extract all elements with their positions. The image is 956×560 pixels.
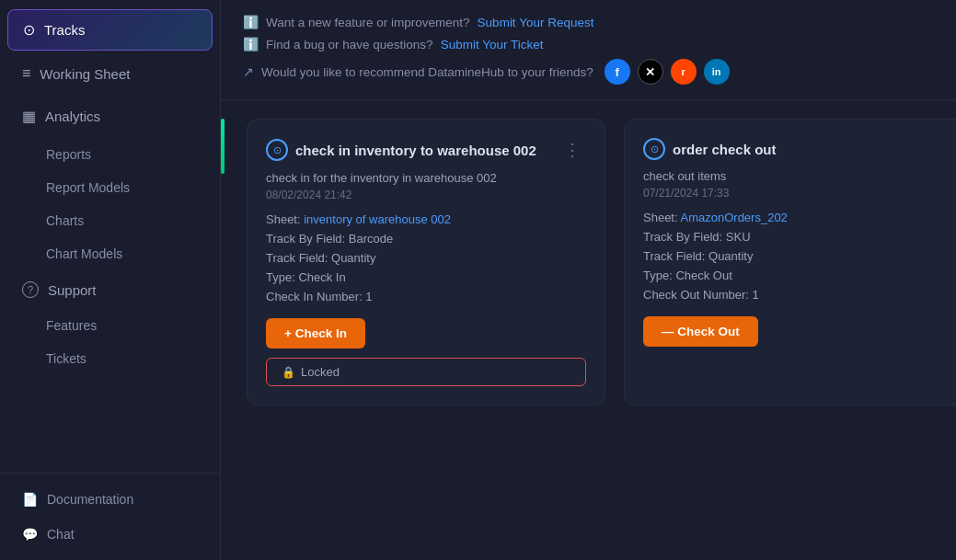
main-content: ℹ️ Want a new feature or improvement? Su… <box>221 0 956 560</box>
info-icon-1: ℹ️ <box>243 15 259 29</box>
chart-models-label: Chart Models <box>46 246 122 261</box>
sidebar-label-analytics: Analytics <box>45 109 100 124</box>
chat-icon: 💬 <box>22 527 38 542</box>
card-header-2: ⊙ order check out <box>643 138 956 160</box>
info-row-bug: ℹ️ Find a bug or have questions? Submit … <box>243 37 934 51</box>
sidebar-item-working-sheet[interactable]: ≡ Working Sheet <box>7 54 213 93</box>
reddit-icon[interactable]: r <box>671 59 697 85</box>
sheet-link-2[interactable]: AmazonOrders_202 <box>681 211 788 224</box>
submit-ticket-link[interactable]: Submit Your Ticket <box>441 38 544 51</box>
card-sheet-1: Sheet: inventory of warehouse 002 <box>266 212 586 226</box>
card-actions-2: — Check Out <box>643 316 956 347</box>
sidebar-item-chat[interactable]: 💬 Chat <box>7 518 213 551</box>
card-icon-1: ⊙ <box>266 139 288 161</box>
tickets-label: Tickets <box>46 351 86 366</box>
sidebar-item-analytics[interactable]: ▦ Analytics <box>7 97 213 136</box>
card-title-row-2: ⊙ order check out <box>643 138 777 160</box>
facebook-icon[interactable]: f <box>605 59 630 85</box>
chat-label: Chat <box>47 527 75 542</box>
sidebar-item-documentation[interactable]: 📄 Documentation <box>7 483 213 516</box>
sidebar: ⊙ Tracks ≡ Working Sheet ▦ Analytics Rep… <box>0 0 221 560</box>
info-icon-2: ℹ️ <box>243 37 259 51</box>
card-header-1: ⊙ check in inventory to warehouse 002 ⋮ <box>266 138 586 162</box>
sidebar-item-features[interactable]: Features <box>7 310 213 341</box>
sidebar-item-report-models[interactable]: Report Models <box>7 172 213 203</box>
documentation-label: Documentation <box>47 492 133 507</box>
track-by-field-2: Track By Field: SKU <box>643 230 956 244</box>
working-sheet-icon: ≡ <box>22 65 30 82</box>
info-text-2: Find a bug or have questions? <box>266 38 433 51</box>
card-type-1: Type: Check In <box>266 270 586 284</box>
card-description-2: check out items <box>643 169 956 183</box>
sidebar-item-tracks[interactable]: ⊙ Tracks <box>7 9 213 51</box>
card-number-1: Check In Number: 1 <box>266 290 586 303</box>
locked-text: Locked <box>301 365 340 379</box>
track-field-1: Track Field: Quantity <box>266 251 586 265</box>
card-title-row-1: ⊙ check in inventory to warehouse 002 <box>266 139 536 161</box>
info-row-recommend: ↗ Would you like to recommend DatamineHu… <box>243 59 934 85</box>
card-title-2: order check out <box>673 142 777 157</box>
sidebar-item-reports[interactable]: Reports <box>7 139 213 170</box>
card-date-2: 07/21/2024 17:33 <box>643 187 956 200</box>
track-field-2: Track Field: Quantity <box>643 249 956 263</box>
locked-badge[interactable]: 🔒 Locked <box>266 358 586 386</box>
card-actions-1: + Check In <box>266 318 586 349</box>
card-number-2: Check Out Number: 1 <box>643 288 956 302</box>
linkedin-icon[interactable]: in <box>704 59 730 85</box>
sidebar-label-working-sheet: Working Sheet <box>40 66 130 82</box>
cards-area: ⊙ check in inventory to warehouse 002 ⋮ … <box>225 100 956 560</box>
reports-label: Reports <box>46 147 91 162</box>
sheet-link-1[interactable]: inventory of warehouse 002 <box>304 212 451 226</box>
support-icon: ? <box>22 281 39 298</box>
info-text-1: Want a new feature or improvement? <box>266 16 470 29</box>
sheet-label-1: Sheet: <box>266 212 301 226</box>
card-checkout-order: ⊙ order check out check out items 07/21/… <box>624 119 956 406</box>
card-type-2: Type: Check Out <box>643 269 956 282</box>
card-description-1: check in for the inventory in warehouse … <box>266 171 586 185</box>
analytics-icon: ▦ <box>22 108 36 125</box>
card-title-1: check in inventory to warehouse 002 <box>295 143 536 158</box>
tracks-icon: ⊙ <box>23 21 35 39</box>
checkin-button[interactable]: + Check In <box>266 318 365 349</box>
locked-container: 🔒 Locked <box>266 358 586 386</box>
social-icons-group: f ✕ r in <box>605 59 730 85</box>
card-icon-2: ⊙ <box>643 138 665 160</box>
sidebar-bottom: 📄 Documentation 💬 Chat <box>0 473 220 553</box>
sidebar-section-support: ? Support <box>7 272 213 307</box>
submit-request-link[interactable]: Submit Your Request <box>478 16 594 29</box>
top-info-bar: ℹ️ Want a new feature or improvement? Su… <box>221 0 956 100</box>
x-twitter-icon[interactable]: ✕ <box>638 59 663 85</box>
card-menu-1[interactable]: ⋮ <box>559 138 586 162</box>
recommend-text: Would you like to recommend DatamineHub … <box>261 65 593 79</box>
documentation-icon: 📄 <box>22 492 38 507</box>
checkout-button[interactable]: — Check Out <box>643 316 758 347</box>
sidebar-item-chart-models[interactable]: Chart Models <box>7 238 213 269</box>
cards-row: ⊙ check in inventory to warehouse 002 ⋮ … <box>247 119 934 406</box>
lock-icon: 🔒 <box>282 366 295 379</box>
support-label: Support <box>48 282 97 298</box>
sidebar-item-tickets[interactable]: Tickets <box>7 343 213 374</box>
info-row-feature: ℹ️ Want a new feature or improvement? Su… <box>243 15 934 29</box>
share-icon: ↗ <box>243 64 254 79</box>
card-checkin-warehouse: ⊙ check in inventory to warehouse 002 ⋮ … <box>247 119 605 406</box>
charts-label: Charts <box>46 213 84 228</box>
report-models-label: Report Models <box>46 180 130 195</box>
track-by-field-1: Track By Field: Barcode <box>266 232 586 246</box>
checkout-button-label: — Check Out <box>662 325 740 338</box>
sheet-label-2: Sheet: <box>643 211 678 224</box>
checkin-button-label: + Check In <box>284 326 347 340</box>
sidebar-label-tracks: Tracks <box>44 22 85 38</box>
card-date-1: 08/02/2024 21:42 <box>266 189 586 201</box>
card-sheet-2: Sheet: AmazonOrders_202 <box>643 211 956 224</box>
sidebar-item-charts[interactable]: Charts <box>7 205 213 236</box>
features-label: Features <box>46 318 97 333</box>
